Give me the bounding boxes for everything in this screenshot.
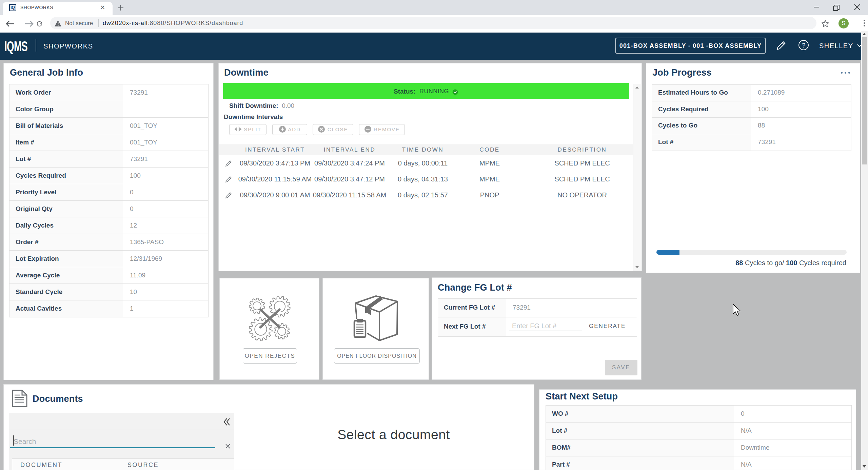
svg-text:?: ?: [802, 42, 806, 49]
